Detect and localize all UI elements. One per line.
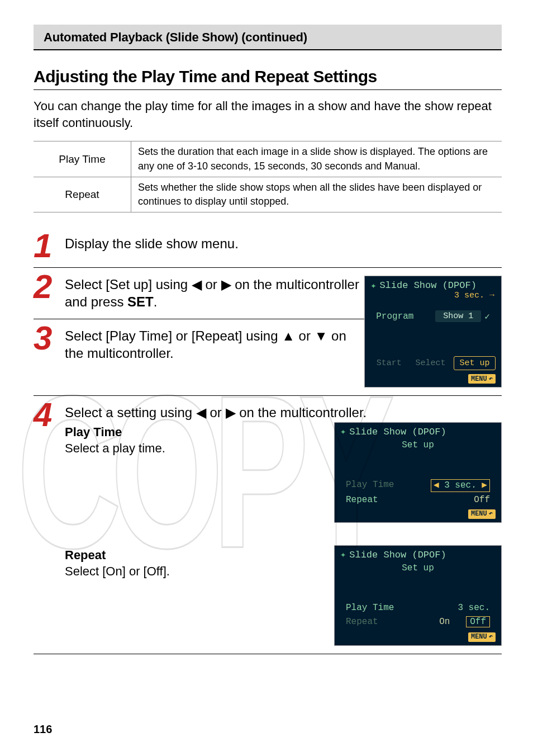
step-3-text: Select [Play Time] or [Repeat] using ▲ o… [65,327,364,362]
option-desc: Sets whether the slide show stops when a… [131,177,502,212]
lcd-playtime-value: ◀ 3 sec. ▶ [431,479,490,492]
down-triangle-icon: ▼ [315,328,328,343]
lcd-screenshot-playtime: ✦ Slide Show (DPOF) Set up Play Time ◀ 3… [334,422,502,523]
option-label: Play Time [34,141,131,177]
lcd-tab-setup: Set up [454,356,496,370]
back-icon: ↶ [489,633,493,642]
section-description: You can change the play time for all the… [34,98,502,131]
lcd-title-text: Slide Show (DPOF) [349,426,446,438]
text: Select [Set up] using [65,277,192,292]
step-number: 1 [34,233,65,259]
text: or [295,328,315,343]
lcd-subtitle: Set up [335,563,501,574]
left-triangle-icon: ◀ [196,405,206,420]
step-1-text: Display the slide show menu. [65,235,502,252]
left-triangle-icon: ◀ [192,277,202,292]
lcd-duration-hint: 3 sec. → [454,291,494,300]
lcd-repeat-value: Off [474,494,490,506]
lcd-menu-label: MENU [471,510,487,519]
back-icon: ↶ [489,375,493,383]
text: or [202,277,221,292]
option-label: Repeat [34,177,131,212]
left-triangle-icon: ◀ [434,480,439,490]
right-triangle-icon: ▶ [226,405,236,420]
lcd-repeat-value: On Off [439,616,490,628]
lcd-repeat-key: Repeat [346,494,378,506]
step-number: 2 [34,273,65,300]
lcd-title: ✦ Slide Show (DPOF) [335,546,501,564]
table-row: Repeat Sets whether the slide show stops… [34,177,502,212]
lcd-screenshot-repeat: ✦ Slide Show (DPOF) Set up Play Time 3 s… [334,545,502,646]
continued-heading: Automated Playback (Slide Show) (continu… [34,25,502,50]
nav-diamond-icon: ✦ [340,426,346,438]
lcd-title: ✦ Slide Show (DPOF) [335,423,501,441]
options-table: Play Time Sets the duration that each im… [34,141,502,212]
play-time-heading: Play Time [65,424,314,441]
lcd-menu-button: MENU ↶ [468,632,496,642]
lcd-tab-select: Select [410,356,451,370]
text: . [154,294,158,309]
section-title: Adjusting the Play Time and Repeat Setti… [34,67,502,90]
lcd-menu-label: MENU [471,375,487,383]
lcd-playtime-key: Play Time [346,602,394,614]
back-icon: ↶ [489,510,493,519]
lcd-subtitle: Set up [335,440,501,451]
set-label: SET [127,294,154,309]
nav-diamond-icon: ✦ [340,549,346,561]
lcd-title-text: Slide Show (DPOF) [379,280,476,291]
nav-diamond-icon: ✦ [370,280,376,291]
right-triangle-icon: ▶ [482,480,487,490]
lcd-repeat-on: On [439,617,450,627]
table-row: Play Time Sets the duration that each im… [34,141,502,177]
play-time-desc: Select a play time. [65,441,314,457]
text: 3 sec. [444,480,477,490]
lcd-program-label: Program [376,311,413,322]
repeat-heading: Repeat [65,547,314,564]
step-2: 2 Select [Set up] using ◀ or ▶ on the mu… [34,268,364,319]
lcd-screenshot-slideshow: ✦ Slide Show (DPOF) 3 sec. → Program Sho… [364,276,502,388]
text: on the multicontroller. [236,405,367,420]
option-desc: Sets the duration that each image in a s… [131,141,502,177]
lcd-menu-button: MENU ↶ [468,374,496,384]
lcd-tab-start: Start [370,356,407,370]
step-4: 4 Select a setting using ◀ or ▶ on the m… [34,396,502,654]
lcd-show-button: Show 1 [435,310,481,322]
text: or [206,405,226,420]
right-triangle-icon: ▶ [221,277,231,292]
page-number: 116 [34,723,52,736]
lcd-repeat-key: Repeat [346,616,378,628]
lcd-menu-button: MENU ↶ [468,509,496,519]
lcd-playtime-value: 3 sec. [458,602,490,614]
step-2-text: Select [Set up] using ◀ or ▶ on the mult… [65,276,364,310]
lcd-menu-label: MENU [471,633,487,642]
step-4-text: Select a setting using ◀ or ▶ on the mul… [65,404,502,421]
lcd-tabs: Start Select Set up [365,356,501,370]
text: Select [Play Time] or [Repeat] using [65,328,282,343]
lcd-playtime-key: Play Time [346,479,394,492]
step-number: 4 [34,401,65,646]
step-3: 3 Select [Play Time] or [Repeat] using ▲… [34,319,364,370]
repeat-desc: Select [On] or [Off]. [65,564,314,580]
text: Select a setting using [65,405,196,420]
step-number: 3 [34,325,65,352]
check-icon: ✓ [484,311,490,322]
up-triangle-icon: ▲ [282,328,295,343]
lcd-repeat-off: Off [466,616,490,627]
step-1: 1 Display the slide show menu. [34,233,502,268]
lcd-title-text: Slide Show (DPOF) [349,549,446,561]
